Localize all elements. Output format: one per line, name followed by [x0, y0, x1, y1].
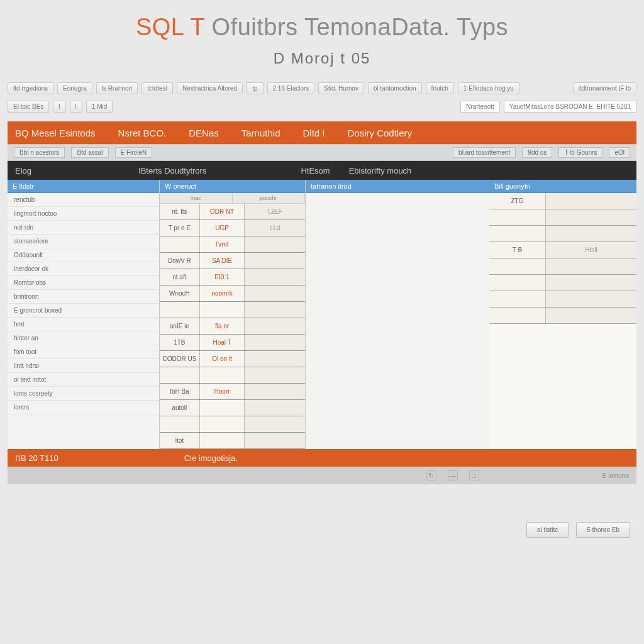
cell — [245, 351, 305, 367]
list-item[interactable]: not rdn — [8, 221, 159, 235]
toolbar-btn[interactable]: ltd rrgedions — [8, 82, 53, 94]
table-row[interactable]: nt aftEI0:1 — [160, 269, 305, 286]
table-row[interactable]: autoll — [160, 400, 305, 416]
list-item[interactable]: fom toot — [8, 345, 159, 359]
list-item[interactable]: Romtsr obs — [8, 276, 159, 290]
cancel-button[interactable]: 5 thonro Eb — [576, 522, 630, 538]
toolbar-btn[interactable]: Eonugra — [57, 82, 92, 94]
type-table-subheader: mac pouchr — [160, 193, 305, 204]
cell: T pr e E — [160, 220, 200, 236]
cell — [245, 253, 305, 269]
cell — [489, 258, 546, 274]
list-item[interactable]: renctub — [8, 193, 159, 207]
list-item[interactable]: E groncrot boxed — [8, 304, 159, 318]
table-row[interactable] — [489, 308, 636, 324]
cell — [245, 433, 305, 448]
list-item[interactable]: hmt — [8, 318, 159, 331]
table-row[interactable]: ltot — [160, 433, 305, 449]
table-row[interactable] — [489, 226, 636, 242]
gap-column: tatranon itrod — [306, 180, 489, 449]
toolbar-btn[interactable]: bl tantomoction — [368, 82, 422, 94]
table-row[interactable]: I'vmI — [160, 236, 305, 253]
data-grid: E ltdstr renctub lingmort noctoo not rdn… — [8, 180, 636, 449]
filter-chip[interactable]: 9dd os — [522, 147, 552, 158]
list-item[interactable]: inerdocor ok — [8, 262, 159, 276]
list-item[interactable]: loms cosrpety — [8, 387, 159, 401]
cell: nt. Its — [160, 204, 200, 219]
table-row[interactable]: nt. ItsODR NTLELF — [160, 204, 305, 220]
table-row[interactable]: ZTG — [489, 193, 636, 209]
filter-chip[interactable]: T lb Gounrs — [558, 147, 602, 158]
table-row[interactable]: anIE iefla nr — [160, 318, 305, 335]
section-label: HtEsom — [301, 166, 348, 175]
table-row[interactable] — [160, 416, 305, 433]
list-item[interactable]: ol text inttot — [8, 373, 159, 387]
maximize-icon[interactable]: □ — [469, 470, 479, 480]
table-row[interactable] — [489, 258, 636, 275]
cell — [200, 416, 245, 432]
table-row[interactable]: WnocHnoomrk — [160, 286, 305, 302]
ok-button[interactable]: al tistitc — [526, 522, 569, 538]
toolbar-btn[interactable]: 2.16 Elaclors — [267, 82, 315, 94]
tab-dltd[interactable]: Dltd I — [291, 128, 336, 138]
list-item[interactable]: lontrs — [8, 401, 159, 414]
filter-chip[interactable]: Bbl n acestors — [14, 147, 65, 158]
toolbar-btn[interactable]: ltdtrunanment tF lb — [573, 82, 636, 94]
minimize-icon[interactable]: — — [448, 470, 458, 480]
cell: ltot — [160, 433, 200, 448]
tab-main[interactable]: BQ Mesel Esintods — [15, 128, 107, 138]
cell — [489, 308, 546, 323]
toolbar-btn[interactable]: 1 Eflodaco hog yu — [458, 82, 519, 94]
toolbar-btn[interactable]: l — [53, 101, 65, 113]
toolbar-btn[interactable]: El toic BEs — [8, 101, 49, 113]
toolbar-btn[interactable]: fnutch — [426, 82, 454, 94]
list-item[interactable]: Oddaounlt — [8, 248, 159, 262]
filter-chip[interactable]: E FiroleN — [115, 147, 153, 158]
cell — [546, 209, 636, 225]
list-item[interactable]: hinter an — [8, 331, 159, 345]
list-item[interactable]: brintroon — [8, 290, 159, 304]
type-table: W oneruct mac pouchr nt. ItsODR NTLELF T… — [160, 180, 306, 449]
cell — [489, 226, 546, 242]
table-row[interactable]: DowV RSA DIE — [160, 253, 305, 269]
filter-chip[interactable]: Btd assal — [71, 147, 108, 158]
toolbar-btn[interactable]: Nextractrica Altored — [177, 82, 243, 94]
table-row[interactable]: 1TBHoal T — [160, 335, 305, 351]
col-header: mac — [160, 193, 233, 203]
table-row[interactable] — [160, 302, 305, 318]
cell: DowV R — [160, 253, 200, 269]
table-row[interactable] — [489, 291, 636, 308]
tab-nsret[interactable]: Nsret BCO. — [107, 128, 178, 138]
filter-chip[interactable]: bl.ard toavittement — [453, 147, 516, 158]
cell: Htsll — [546, 242, 636, 258]
table-row[interactable] — [160, 367, 305, 384]
table-row[interactable]: T BHtsll — [489, 242, 636, 258]
toolbar-btn[interactable]: ls Rrannon — [96, 82, 138, 94]
toolbar-btn[interactable]: Stid. Humov — [318, 82, 364, 94]
toolbar-btn[interactable]: tp — [247, 82, 263, 94]
list-item[interactable]: lingmort noctoo — [8, 207, 159, 221]
table-row[interactable] — [489, 209, 636, 226]
toolbar-btn[interactable]: tctdtesl — [142, 82, 173, 94]
cell — [546, 258, 636, 274]
cell: LLd — [245, 220, 305, 236]
tab-denas[interactable]: DENas — [177, 128, 230, 138]
filter-chip[interactable]: eOl — [609, 147, 630, 158]
list-item[interactable]: stonseerioor — [8, 235, 159, 248]
table-row[interactable]: IbH BaHoorr — [160, 384, 305, 400]
table-row[interactable]: T pr e EUGPLLd — [160, 220, 305, 236]
table-row[interactable] — [489, 275, 636, 291]
col-header: pouchr — [233, 193, 306, 203]
cell: autoll — [160, 400, 200, 416]
title-part3: Ofuitbrs TemonaData. Typs — [212, 14, 509, 40]
toolbar-btn[interactable]: l — [70, 101, 82, 113]
table-row[interactable]: CODOR USOl on it — [160, 351, 305, 367]
cell — [200, 302, 245, 318]
cell: fla nr — [200, 318, 245, 334]
toolbar-btn[interactable]: 1 Mid — [86, 101, 113, 113]
refresh-icon[interactable]: ↻ — [426, 470, 436, 480]
list-item[interactable]: llntt ndrsi — [8, 359, 159, 373]
tab-dosiry[interactable]: Dosiry Codtlery — [336, 128, 424, 138]
tab-tarn[interactable]: Tarnuthid — [230, 128, 292, 138]
cell: Hoal T — [200, 335, 245, 350]
